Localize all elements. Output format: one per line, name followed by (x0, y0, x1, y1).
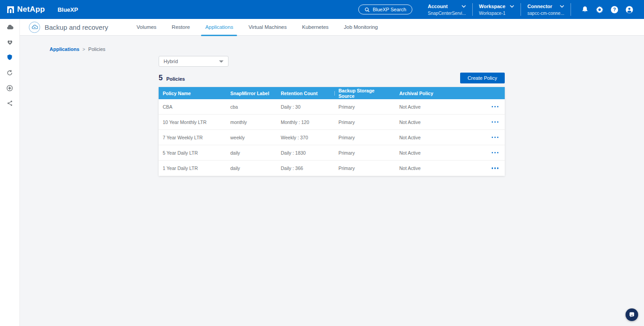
chat-bubble-icon (629, 312, 635, 318)
breadcrumb-applications-link[interactable]: Applications (50, 46, 79, 52)
create-policy-button[interactable]: Create Policy (460, 73, 505, 83)
workspace-label: Workspace (479, 4, 506, 9)
column-header-retention-count[interactable]: Retention Count (277, 91, 334, 96)
cell-retention-count: Daily : 1830 (277, 150, 334, 156)
workspace-value: Workspace-1 (479, 11, 515, 16)
breadcrumb: Applications > Policies (50, 46, 105, 52)
cell-snapmirror-label: daily (226, 150, 277, 156)
service-header: Backup and recovery Volumes Restore Appl… (20, 19, 644, 36)
cell-snapmirror-label: daily (226, 165, 277, 171)
policies-table: Policy Name SnapMirror Label Retention C… (159, 87, 505, 176)
cell-retention-count: Weekly : 370 (277, 135, 334, 140)
cell-backup-storage-source: Primary (334, 104, 395, 110)
backup-recovery-service-icon (29, 22, 40, 33)
service-tabs: Volumes Restore Applications Virtual Mac… (129, 19, 385, 35)
column-header-archival-policy[interactable]: Archival Policy (395, 91, 485, 96)
row-actions-menu-icon[interactable] (485, 137, 505, 138)
search-label: BlueXP Search (373, 7, 406, 12)
cell-retention-count: Monthly : 120 (277, 119, 334, 125)
cell-backup-storage-source: Primary (334, 119, 395, 125)
health-heart-icon (7, 39, 13, 45)
cell-snapmirror-label: weekly (226, 135, 277, 140)
sidebar-item-health[interactable] (0, 34, 20, 50)
cell-archival-policy: Not Active (395, 150, 485, 156)
tab-restore[interactable]: Restore (164, 19, 197, 35)
sidebar-item-extensions[interactable] (0, 96, 20, 111)
cell-retention-count: Daily : 30 (277, 104, 334, 110)
cell-snapmirror-label: cba (226, 104, 277, 110)
cell-archival-policy: Not Active (395, 104, 485, 110)
table-row: CBA cba Daily : 30 Primary Not Active (159, 99, 505, 115)
user-account-icon[interactable] (622, 6, 637, 14)
row-actions-menu-icon[interactable] (485, 106, 505, 108)
share-nodes-icon (7, 100, 13, 106)
row-actions-menu-icon[interactable] (485, 152, 505, 154)
account-label: Account (428, 4, 448, 9)
policies-count-label: Policies (166, 76, 185, 82)
policy-type-dropdown-value: Hybrid (164, 59, 178, 64)
row-actions-menu-icon[interactable] (485, 167, 505, 169)
table-header-row: Policy Name SnapMirror Label Retention C… (159, 87, 505, 99)
service-identity: Backup and recovery (20, 19, 123, 35)
svg-text:?: ? (613, 7, 616, 12)
help-icon[interactable]: ? (607, 6, 622, 14)
sidebar-item-governance[interactable] (0, 80, 20, 96)
cell-backup-storage-source: Primary (334, 150, 395, 156)
cell-retention-count: Daily : 366 (277, 165, 334, 171)
cell-policy-name: 5 Year Daily LTR (159, 150, 226, 156)
settings-gear-icon[interactable] (592, 6, 607, 14)
cloud-storage-icon (6, 24, 14, 30)
row-actions-menu-icon[interactable] (485, 121, 505, 123)
chevron-down-icon (461, 5, 466, 8)
column-header-snapmirror-label[interactable]: SnapMirror Label (226, 91, 277, 96)
topbar: NetApp BlueXP BlueXP Search Account Snap… (0, 0, 644, 19)
policies-panel: 5 Policies Create Policy Policy Name Sna… (159, 73, 505, 176)
cloud-sync-icon (6, 69, 13, 76)
cell-backup-storage-source: Primary (334, 165, 395, 171)
search-icon (365, 7, 370, 12)
tab-kubernetes[interactable]: Kubernetes (294, 19, 336, 35)
connector-label: Connector (527, 4, 552, 9)
account-value: SnapCenterServi... (428, 11, 466, 16)
cell-policy-name: 7 Year Weekly LTR (159, 135, 226, 140)
chevron-down-icon (510, 5, 514, 8)
policy-type-dropdown[interactable]: Hybrid (159, 56, 228, 67)
bluexp-search[interactable]: BlueXP Search (358, 5, 412, 14)
table-row: 5 Year Daily LTR daily Daily : 1830 Prim… (159, 145, 505, 161)
cell-snapmirror-label: monthly (226, 119, 277, 125)
tab-virtual-machines[interactable]: Virtual Machines (241, 19, 294, 35)
table-row: 1 Year Daily LTR daily Daily : 366 Prima… (159, 161, 505, 176)
workspace-menu[interactable]: Workspace Workspace-1 (473, 4, 521, 16)
circled-gear-icon (6, 85, 13, 92)
sidebar-item-storage[interactable] (0, 19, 20, 34)
cell-archival-policy: Not Active (395, 135, 485, 140)
shield-protection-icon (7, 54, 13, 61)
chevron-down-icon (219, 60, 224, 63)
cell-policy-name: CBA (159, 104, 226, 110)
page-title: Backup and recovery (45, 23, 108, 31)
cell-archival-policy: Not Active (395, 119, 485, 125)
chat-support-button[interactable] (626, 308, 638, 321)
notifications-bell-icon[interactable] (577, 6, 592, 13)
tab-applications[interactable]: Applications (197, 19, 241, 35)
breadcrumb-current: Policies (88, 46, 105, 52)
column-header-backup-storage-source[interactable]: Backup Storage Source (334, 88, 395, 99)
tab-job-monitoring[interactable]: Job Monitoring (336, 19, 385, 35)
connector-value: sapcc-cm-conne... (527, 11, 564, 16)
cell-backup-storage-source: Primary (334, 135, 395, 140)
cell-archival-policy: Not Active (395, 165, 485, 171)
netapp-logo-icon (7, 6, 14, 13)
sidebar-item-protection[interactable] (0, 50, 20, 65)
sidebar-item-mobility[interactable] (0, 65, 20, 80)
policies-count: 5 (159, 74, 163, 82)
column-header-policy-name[interactable]: Policy Name (159, 91, 226, 96)
cell-policy-name: 1 Year Daily LTR (159, 165, 226, 171)
left-nav-sidebar (0, 19, 20, 326)
tab-volumes[interactable]: Volumes (129, 19, 164, 35)
connector-menu[interactable]: Connector sapcc-cm-conne... (521, 4, 571, 16)
breadcrumb-separator: > (82, 47, 85, 52)
netapp-brand[interactable]: NetApp (7, 5, 45, 14)
account-menu[interactable]: Account SnapCenterServi... (421, 4, 472, 16)
table-row: 7 Year Weekly LTR weekly Weekly : 370 Pr… (159, 130, 505, 145)
table-row: 10 Year Monthly LTR monthly Monthly : 12… (159, 115, 505, 130)
